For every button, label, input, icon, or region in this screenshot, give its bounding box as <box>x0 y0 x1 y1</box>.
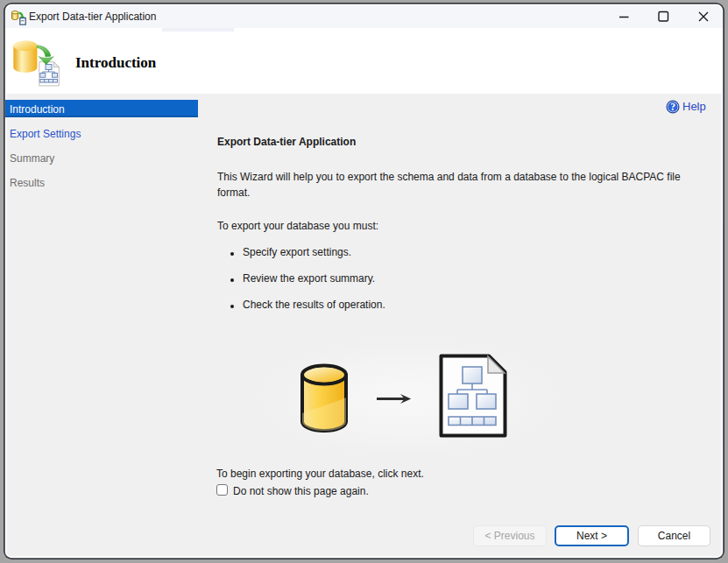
svg-text:?: ? <box>670 102 675 112</box>
